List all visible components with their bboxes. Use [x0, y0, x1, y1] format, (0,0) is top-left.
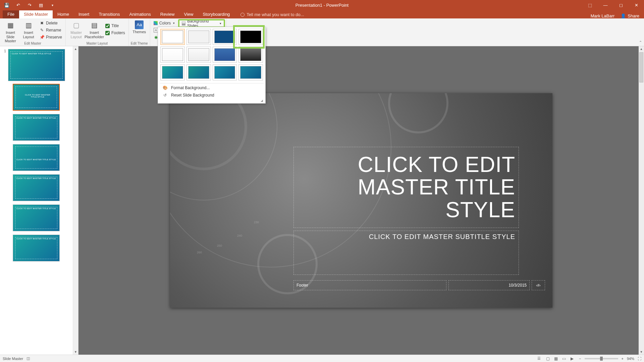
tab-transitions[interactable]: Transitions — [94, 10, 124, 18]
layout-thumbnail-5[interactable]: CLICK TO EDIT MASTER TITLE STYLE — [13, 204, 60, 231]
scroll-up-icon[interactable]: ▲ — [73, 46, 78, 52]
bg-style-4[interactable] — [238, 29, 263, 45]
ribbon-display-options-icon[interactable]: ⬚ — [582, 0, 598, 10]
slide-number-placeholder[interactable]: ‹#› — [532, 280, 545, 290]
tab-slide-master[interactable]: Slide Master — [19, 10, 53, 18]
qat-customize-icon[interactable]: ▾ — [48, 1, 57, 9]
tab-review[interactable]: Review — [156, 10, 179, 18]
bg-style-6[interactable] — [186, 47, 211, 63]
save-icon[interactable]: 💾 — [2, 1, 11, 9]
preserve-label: Preserve — [46, 35, 62, 40]
normal-view-icon[interactable]: ▢ — [544, 356, 551, 362]
title-bar: 💾 ↶ ↷ ▤ ▾ Presentation1 - PowerPoint ⬚ —… — [0, 0, 644, 10]
layout-thumbnail-6[interactable]: CLICK TO EDIT MASTER TITLE STYLE — [13, 235, 60, 261]
preserve-button[interactable]: 📌Preserve — [38, 34, 63, 41]
layout-thumbnail-1[interactable]: CLICK TO EDIT MASTER TITLE STYLE — [13, 84, 60, 111]
bg-style-12[interactable] — [238, 64, 263, 80]
footer-placeholder[interactable]: Footer — [293, 280, 446, 290]
reset-slide-background-menuitem[interactable]: ↺ Reset Slide Background — [160, 92, 264, 99]
slideshow-view-icon[interactable]: ▶ — [568, 356, 576, 362]
title-checkbox[interactable]: Title — [104, 22, 126, 29]
master-thumbnail[interactable]: CLICK TO EDIT MASTER TITLE STYLE — [8, 49, 65, 81]
reading-view-icon[interactable]: ▭ — [560, 356, 568, 362]
zoom-level[interactable]: 94% — [627, 357, 634, 361]
notes-button[interactable]: ☰ — [537, 356, 541, 361]
slide-master-canvas[interactable]: 260 250 240 230 CLICK TO EDIT MASTER TIT… — [170, 93, 552, 308]
tell-me-search[interactable]: Tell me what you want to do... — [237, 11, 307, 18]
start-from-beginning-icon[interactable]: ▤ — [36, 1, 46, 9]
canvas-scroll-thumb[interactable] — [639, 52, 643, 82]
zoom-in-icon[interactable]: + — [622, 357, 624, 361]
group-label-master-layout: Master Layout — [87, 41, 108, 46]
canvas-vertical-scrollbar[interactable]: ▲ ▼ — [639, 46, 644, 355]
bg-style-10[interactable] — [186, 64, 211, 80]
colors-button[interactable]: Colors▾ — [152, 20, 177, 26]
quick-access-toolbar: 💾 ↶ ↷ ▤ ▾ — [0, 1, 57, 9]
date-text: 10/3/2015 — [509, 283, 527, 288]
bg-style-2[interactable] — [186, 29, 211, 45]
insert-placeholder-button[interactable]: ▤ Insert Placeholder — [86, 19, 103, 39]
layout-thumb-title-3: CLICK TO EDIT MASTER TITLE STYLE — [16, 159, 56, 161]
layout-thumb-title-4: CLICK TO EDIT MASTER TITLE STYLE — [16, 177, 56, 179]
zoom-out-icon[interactable]: − — [579, 357, 581, 361]
canvas-scroll-down-icon[interactable]: ▼ — [639, 349, 644, 355]
background-styles-icon — [182, 21, 185, 25]
themes-button[interactable]: Aa Themes — [131, 19, 148, 34]
insert-slide-master-button[interactable]: ▦ Insert Slide Master — [2, 19, 19, 43]
bg-style-11[interactable] — [213, 64, 237, 80]
bg-style-7[interactable] — [213, 47, 237, 63]
title-placeholder[interactable]: CLICK TO EDIT MASTER TITLE STYLE — [293, 147, 519, 228]
minimize-icon[interactable]: — — [598, 0, 613, 10]
rename-button[interactable]: ✎Rename — [38, 27, 63, 34]
insert-placeholder-icon: ▤ — [90, 20, 99, 30]
master-layout-button[interactable]: ▢ Master Layout — [68, 19, 85, 39]
format-background-icon: 🎨 — [162, 85, 168, 90]
bg-style-5[interactable] — [160, 47, 185, 63]
collapse-ribbon-icon[interactable]: ⌃ — [639, 40, 642, 45]
footer-text: Footer — [297, 283, 308, 288]
thumbnail-scrollbar[interactable]: ▲ ▼ — [73, 46, 78, 355]
delete-label: Delete — [46, 21, 58, 25]
layout-thumbnail-2[interactable]: CLICK TO EDIT MASTER TITLE STYLE — [13, 114, 60, 141]
layout-thumb-title-1: CLICK TO EDIT MASTER TITLE STYLE — [19, 94, 56, 98]
tab-file[interactable]: File — [3, 10, 19, 18]
insert-slide-master-label: Insert Slide Master — [2, 31, 19, 43]
fit-to-window-icon[interactable]: ⛶ — [638, 357, 641, 361]
group-label-edit-master: Edit Master — [24, 41, 41, 46]
share-button[interactable]: 👤 Share — [621, 13, 639, 18]
tab-view[interactable]: View — [179, 10, 198, 18]
footers-checkbox[interactable]: Footers — [104, 29, 126, 36]
background-styles-button[interactable]: Background Styles ▾ — [179, 20, 224, 27]
tab-animations[interactable]: Animations — [125, 10, 156, 18]
rename-icon: ✎ — [40, 28, 44, 33]
undo-icon[interactable]: ↶ — [13, 1, 23, 9]
bg-style-3[interactable] — [213, 29, 237, 45]
redo-icon[interactable]: ↷ — [25, 1, 34, 9]
canvas-scroll-up-icon[interactable]: ▲ — [639, 46, 644, 52]
themes-label: Themes — [132, 30, 146, 34]
footers-checkbox-label: Footers — [111, 31, 125, 35]
tab-insert[interactable]: Insert — [74, 10, 94, 18]
bg-style-8[interactable] — [238, 47, 263, 63]
dropdown-resize-grip-icon[interactable]: ◢ — [160, 99, 264, 102]
insert-layout-button[interactable]: ▥ Insert Layout — [20, 19, 37, 39]
subtitle-placeholder[interactable]: CLICK TO EDIT MASTER SUBTITLE STYLE — [293, 231, 519, 275]
format-background-menuitem[interactable]: 🎨 Format Background... — [160, 84, 264, 92]
delete-button[interactable]: ✖Delete — [38, 20, 63, 26]
zoom-slider[interactable] — [585, 358, 618, 359]
bg-style-9[interactable] — [160, 64, 185, 80]
maximize-icon[interactable]: ◻ — [613, 0, 629, 10]
tab-storyboarding[interactable]: Storyboarding — [198, 10, 234, 18]
status-indicator-icon[interactable]: ◫ — [26, 356, 30, 361]
bg-style-1[interactable] — [160, 29, 185, 45]
close-icon[interactable]: ✕ — [629, 0, 644, 10]
signed-in-user[interactable]: Mark LaBarr — [591, 13, 615, 18]
layout-thumbnail-4[interactable]: CLICK TO EDIT MASTER TITLE STYLE — [13, 174, 60, 201]
reset-background-label: Reset Slide Background — [171, 93, 214, 98]
scroll-down-icon[interactable]: ▼ — [73, 349, 78, 355]
master-layout-label: Master Layout — [70, 31, 82, 39]
tab-home[interactable]: Home — [53, 10, 74, 18]
date-placeholder[interactable]: 10/3/2015 — [448, 280, 530, 290]
slide-sorter-view-icon[interactable]: ▦ — [552, 356, 559, 362]
layout-thumbnail-3[interactable]: CLICK TO EDIT MASTER TITLE STYLE — [13, 144, 60, 171]
